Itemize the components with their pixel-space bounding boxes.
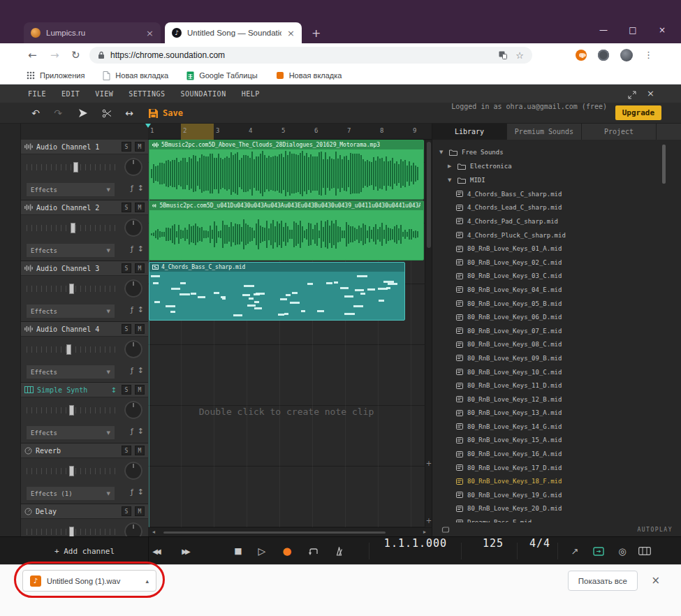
mute-button[interactable]: M	[135, 385, 145, 395]
caret-down-icon[interactable]: ▼	[439, 149, 445, 155]
library-file[interactable]: 80_RnB_Love_Keys_10_C.mid	[432, 365, 681, 379]
resize-icon[interactable]: ↕	[138, 366, 144, 375]
instrument-select-icon[interactable]: ↕	[111, 386, 117, 394]
rewind-button[interactable]: ◀◀	[144, 537, 168, 565]
volume-fader[interactable]	[21, 215, 148, 241]
tab-close-icon[interactable]: ×	[287, 28, 295, 38]
close-button[interactable]: ×	[647, 20, 677, 41]
pan-knob[interactable]	[124, 522, 142, 536]
effects-dropdown[interactable]: Effects▼	[27, 426, 115, 439]
tempo-display[interactable]: 125	[472, 537, 514, 550]
shelf-close-icon[interactable]: ×	[651, 565, 660, 596]
fader-thumb[interactable]	[69, 527, 74, 536]
forward-icon[interactable]: →	[50, 43, 59, 67]
caret-right-icon[interactable]: ▶	[448, 163, 453, 169]
metronome-button[interactable]	[327, 537, 351, 565]
pan-knob[interactable]	[124, 401, 142, 419]
effects-dropdown[interactable]: Effects▼	[27, 305, 115, 318]
undo-icon[interactable]: ↶	[27, 103, 45, 124]
channel-strip-audio-channel-1[interactable]: Audio Channel 1 S M Effects▼ ƒ↕	[21, 140, 148, 200]
library-folder-midi[interactable]: ▼MIDI	[432, 173, 681, 187]
menu-soundation[interactable]: SOUNDATION	[180, 90, 226, 98]
download-menu-icon[interactable]: ▴	[145, 578, 149, 585]
mute-button[interactable]: M	[135, 263, 145, 273]
autoplay-label[interactable]: AUTOPLAY	[637, 527, 673, 533]
automation-icon[interactable]: ƒ	[131, 427, 133, 436]
library-file[interactable]: 80_RnB_Love_Keys_05_B.mid	[432, 297, 681, 311]
fader-thumb[interactable]	[73, 162, 78, 173]
library-file[interactable]: 80_RnB_Love_Keys_08_C.mid	[432, 338, 681, 352]
solo-button[interactable]: S	[122, 142, 131, 152]
library-folder-electronica[interactable]: ▶Electronica	[432, 159, 681, 173]
automation-icon[interactable]: ƒ	[131, 184, 133, 193]
mute-button[interactable]: M	[135, 203, 145, 212]
bookmark-item[interactable]: Новая вкладка	[103, 71, 168, 80]
browser-tab-lumpics[interactable]: Lumpics.ru ×	[24, 22, 161, 43]
bookmark-item[interactable]: Новая вкладка	[276, 71, 342, 80]
avatar[interactable]	[620, 43, 633, 67]
mute-button[interactable]: M	[135, 324, 145, 334]
record-button[interactable]: ●	[275, 537, 299, 565]
menu-view[interactable]: VIEW	[95, 90, 113, 98]
loop-button[interactable]	[302, 537, 325, 565]
fast-forward-button[interactable]: ▶▶	[173, 537, 197, 565]
effects-dropdown[interactable]: Effects▼	[27, 244, 115, 257]
fader-thumb[interactable]	[69, 405, 74, 416]
globe-extension-icon[interactable]	[598, 43, 609, 67]
fader-thumb[interactable]	[71, 223, 75, 233]
address-bar[interactable]: https://chrome.soundation.com ☆	[89, 47, 532, 64]
tab-close-icon[interactable]: ×	[146, 28, 154, 38]
translate-icon[interactable]	[499, 51, 507, 59]
library-file[interactable]: 80_RnB_Love_Keys_04_E.mid	[432, 283, 681, 297]
pan-knob[interactable]	[124, 340, 142, 358]
scrollbar-thumb[interactable]	[427, 142, 431, 248]
fader-thumb[interactable]	[66, 344, 71, 355]
bookmark-item[interactable]: Google Таблицы	[186, 71, 257, 80]
library-file[interactable]: 80_RnB_Love_Keys_11_D.mid	[432, 379, 681, 393]
menu-edit[interactable]: EDIT	[61, 90, 80, 98]
stop-button[interactable]: ■	[226, 537, 250, 565]
channel-strip-simple-synth[interactable]: Simple Synth ↕ S M Effects▼ ƒ↕	[21, 383, 148, 443]
reload-icon[interactable]: ↻	[71, 43, 80, 67]
pan-knob[interactable]	[124, 279, 142, 298]
browser-tab-soundation[interactable]: ♪ Untitled Song — Soundation Stu ×	[165, 22, 302, 43]
arrangement-area[interactable]: 5Bmusic2pc.com5D_Above_The_Clouds_28Dial…	[148, 140, 425, 527]
select-tool-icon[interactable]	[74, 103, 92, 124]
mute-button[interactable]: M	[135, 446, 145, 455]
stretch-tool-icon[interactable]: ↔	[120, 103, 138, 124]
cut-tool-icon[interactable]	[98, 103, 116, 124]
minimize-button[interactable]: —	[589, 20, 618, 41]
library-file[interactable]: 80_RnB_Love_Keys_06_D.mid	[432, 310, 681, 324]
library-scrollbar[interactable]	[662, 145, 666, 184]
channel-strip-reverb[interactable]: Reverb S M Effects (1)▼ ƒ↕	[21, 443, 148, 504]
timeline-ruler[interactable]: 123456789	[148, 124, 432, 140]
solo-button[interactable]: S	[122, 385, 131, 395]
menu-settings[interactable]: SETTINGS	[129, 90, 165, 98]
channel-strip-delay[interactable]: Delay S M Effects▼ ƒ↕	[21, 504, 148, 536]
pan-knob[interactable]	[124, 158, 142, 176]
effects-dropdown[interactable]: Effects▼	[27, 183, 115, 196]
library-file[interactable]: 4_Chords_Lead_C_sharp.mid	[432, 201, 681, 215]
library-file[interactable]: 80_RnB_Love_Keys_03_C.mid	[432, 270, 681, 284]
mute-button[interactable]: M	[135, 142, 145, 152]
library-file[interactable]: 80_RnB_Love_Keys_02_C.mid	[432, 256, 681, 270]
volume-fader[interactable]	[21, 337, 148, 362]
audio-clip-1[interactable]: 5Bmusic2pc.com5D_Above_The_Clouds_28Dial…	[149, 140, 424, 200]
resize-icon[interactable]: ↕	[138, 184, 144, 193]
channel-strip-audio-channel-2[interactable]: Audio Channel 2 S M Effects▼ ƒ↕	[21, 200, 148, 261]
maximize-button[interactable]: □	[618, 20, 647, 41]
resize-icon[interactable]: ↕	[138, 427, 144, 436]
show-all-downloads-button[interactable]: Показать все	[568, 571, 638, 591]
extension-icon[interactable]: 1	[576, 43, 587, 67]
new-tab-button[interactable]: +	[312, 27, 321, 40]
export-icon[interactable]: ↗	[563, 537, 587, 565]
library-file[interactable]: 80_RnB_Love_Keys_17_D.mid	[432, 461, 681, 475]
caret-down-icon[interactable]: ▼	[448, 177, 453, 183]
fader-thumb[interactable]	[69, 284, 74, 294]
library-file[interactable]: 80_RnB_Love_Keys_09_B.mid	[432, 351, 681, 365]
loop-mode-icon[interactable]	[587, 537, 610, 565]
automation-icon[interactable]: ƒ	[131, 244, 133, 254]
library-file[interactable]: 80_RnB_Love_Keys_13_A.mid	[432, 406, 681, 420]
library-file[interactable]: 80_RnB_Love_Keys_18_F.mid	[432, 474, 681, 488]
vertical-scrollbar[interactable]: + +	[425, 140, 432, 527]
